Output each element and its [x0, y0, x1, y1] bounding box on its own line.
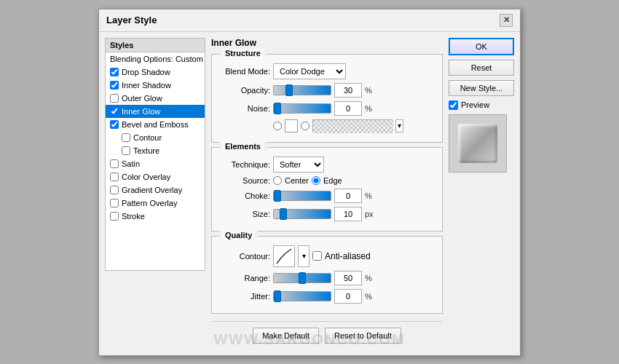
sidebar-item-gradient-overlay[interactable]: Gradient Overlay — [106, 183, 205, 197]
dialog-title: Layer Style — [106, 15, 157, 25]
noise-slider[interactable] — [273, 103, 331, 114]
choke-slider[interactable] — [273, 191, 331, 201]
opacity-row: Opacity: % — [219, 83, 435, 98]
reset-button[interactable]: Reset — [449, 60, 514, 76]
texture-checkbox[interactable] — [122, 146, 130, 155]
color-row: ▾ — [219, 119, 435, 132]
left-panel: Styles Blending Options: Custom Drop Sha… — [105, 38, 205, 349]
noise-label: Noise: — [219, 104, 270, 113]
technique-label: Technique: — [219, 160, 270, 169]
contour-row: Contour: ▾ Anti-aliased — [219, 245, 435, 267]
gradient-preview — [313, 120, 393, 133]
inner-shadow-checkbox[interactable] — [110, 81, 119, 90]
sidebar-item-blending[interactable]: Blending Options: Custom — [106, 52, 205, 66]
center-label: Center — [285, 176, 309, 185]
choke-row: Choke: % — [219, 189, 435, 203]
solid-color-radio[interactable] — [273, 122, 282, 130]
preview-row: Preview — [449, 100, 514, 110]
noise-row: Noise: % — [219, 101, 435, 116]
sidebar-item-satin[interactable]: Satin — [106, 157, 205, 170]
bottom-bar: Make Default Reset to Default — [211, 321, 443, 349]
sidebar-item-pattern-overlay[interactable]: Pattern Overlay — [106, 197, 205, 210]
gradient-bar[interactable] — [312, 119, 393, 132]
edge-label: Edge — [323, 176, 342, 185]
inner-glow-title: Inner Glow — [211, 38, 443, 48]
quality-content: Contour: ▾ Anti-aliased Range: — [219, 245, 435, 304]
size-slider[interactable] — [273, 209, 331, 219]
stroke-checkbox[interactable] — [110, 212, 119, 221]
jitter-input[interactable] — [334, 289, 362, 304]
anti-aliased-checkbox[interactable] — [312, 251, 322, 261]
close-button[interactable]: ✕ — [500, 14, 513, 27]
opacity-unit: % — [365, 86, 372, 95]
edge-radio[interactable] — [312, 176, 320, 185]
range-input[interactable] — [334, 271, 362, 285]
styles-list: Blending Options: Custom Drop Shadow Inn… — [105, 52, 205, 271]
color-overlay-checkbox[interactable] — [110, 173, 119, 181]
new-style-button[interactable]: New Style... — [449, 80, 514, 96]
satin-checkbox[interactable] — [110, 159, 119, 168]
sidebar-item-bevel[interactable]: Bevel and Emboss — [106, 118, 205, 131]
svg-rect-4 — [313, 120, 393, 133]
opacity-slider[interactable] — [273, 85, 331, 95]
outer-glow-checkbox[interactable] — [110, 94, 119, 103]
center-radio[interactable] — [273, 176, 282, 185]
color-swatch[interactable] — [285, 119, 298, 132]
opacity-input[interactable] — [334, 83, 362, 98]
gradient-radio[interactable] — [301, 122, 310, 130]
sidebar-item-label: Satin — [122, 159, 140, 168]
preview-box — [449, 114, 507, 173]
right-panel: OK Reset New Style... Preview — [449, 38, 514, 349]
source-label: Source: — [219, 176, 270, 185]
structure-section: Structure Blend Mode: Color Dodge Opacit… — [211, 54, 443, 143]
make-default-button[interactable]: Make Default — [253, 328, 319, 344]
sidebar-item-label: Contour — [133, 133, 162, 142]
quality-title: Quality — [219, 231, 258, 240]
blend-mode-select[interactable]: Color Dodge — [273, 63, 346, 79]
jitter-label: Jitter: — [219, 292, 270, 301]
gradient-dropdown-btn[interactable]: ▾ — [395, 119, 403, 132]
sidebar-item-contour[interactable]: Contour — [106, 131, 205, 144]
sidebar-item-inner-shadow[interactable]: Inner Shadow — [106, 79, 205, 92]
sidebar-item-label: Drop Shadow — [122, 68, 170, 76]
technique-select[interactable]: Softer — [273, 157, 324, 173]
drop-shadow-checkbox[interactable] — [110, 68, 119, 76]
preview-shape — [458, 124, 497, 163]
opacity-label: Opacity: — [219, 86, 270, 95]
jitter-row: Jitter: % — [219, 289, 435, 304]
preview-label: Preview — [461, 100, 489, 109]
sidebar-item-color-overlay[interactable]: Color Overlay — [106, 170, 205, 183]
noise-input[interactable] — [334, 101, 362, 116]
sidebar-item-drop-shadow[interactable]: Drop Shadow — [106, 66, 205, 79]
range-label: Range: — [219, 274, 270, 282]
elements-content: Technique: Softer Source: Center Edge — [219, 157, 435, 221]
contour-checkbox[interactable] — [122, 133, 130, 142]
quality-section: Quality Contour: ▾ Anti-aliased — [211, 236, 443, 314]
sidebar-item-stroke[interactable]: Stroke — [106, 210, 205, 223]
jitter-slider[interactable] — [273, 291, 331, 301]
inner-glow-checkbox[interactable] — [110, 107, 119, 116]
jitter-unit: % — [365, 292, 372, 301]
contour-dropdown-btn[interactable]: ▾ — [298, 245, 310, 267]
contour-label: Contour: — [219, 252, 270, 261]
choke-input[interactable] — [334, 189, 362, 203]
pattern-overlay-checkbox[interactable] — [110, 199, 119, 207]
gradient-overlay-checkbox[interactable] — [110, 186, 119, 194]
ok-button[interactable]: OK — [449, 38, 514, 55]
sidebar-item-inner-glow[interactable]: Inner Glow — [106, 105, 205, 118]
styles-header: Styles — [105, 38, 205, 52]
blend-mode-row: Blend Mode: Color Dodge — [219, 63, 435, 79]
size-input[interactable] — [334, 207, 362, 221]
middle-panel: Inner Glow Structure Blend Mode: Color D… — [211, 38, 443, 349]
sidebar-item-outer-glow[interactable]: Outer Glow — [106, 92, 205, 105]
bevel-checkbox[interactable] — [110, 120, 119, 129]
contour-curve — [275, 248, 293, 265]
sidebar-item-label: Outer Glow — [122, 94, 162, 103]
contour-preview[interactable] — [273, 245, 295, 267]
sidebar-item-texture[interactable]: Texture — [106, 144, 205, 157]
preview-checkbox[interactable] — [449, 100, 458, 110]
range-slider[interactable] — [273, 273, 331, 283]
structure-content: Blend Mode: Color Dodge Opacity: % — [219, 63, 435, 132]
reset-to-default-button[interactable]: Reset to Default — [325, 328, 401, 344]
size-unit: px — [365, 210, 374, 218]
